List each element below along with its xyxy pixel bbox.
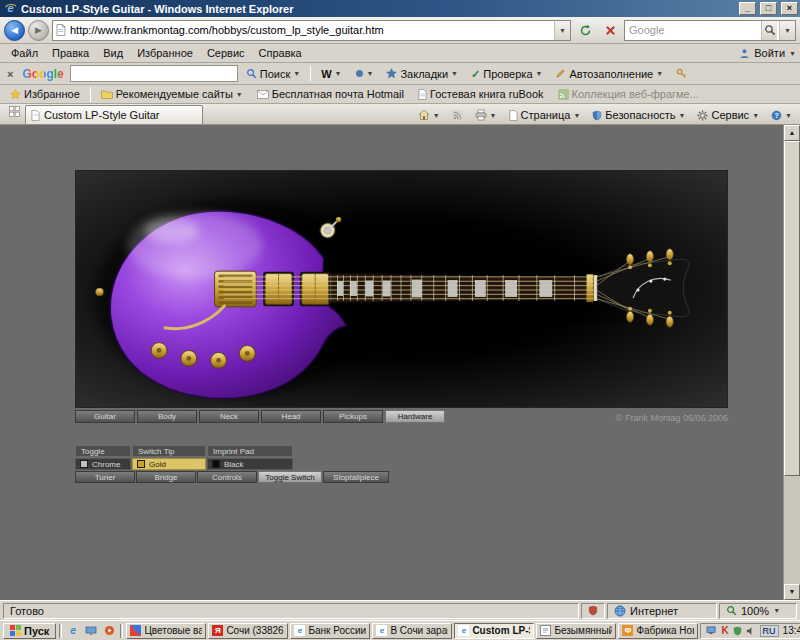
- shield-icon: [592, 110, 602, 121]
- search-box[interactable]: Google ▼: [624, 20, 796, 41]
- start-button[interactable]: Пуск: [3, 623, 56, 639]
- favorites-item-guestbook[interactable]: Гостевая книга ruBook: [412, 87, 550, 101]
- language-indicator[interactable]: RU: [760, 625, 779, 637]
- task-custom-lp-style-guitar[interactable]: e Custom LP-Style G...: [454, 623, 534, 639]
- home-button[interactable]: ▼: [413, 108, 445, 122]
- config-header-imprint-pad: Imprint Pad: [207, 445, 293, 457]
- part-button-tuner[interactable]: Tuner: [75, 471, 135, 483]
- address-dropdown-icon[interactable]: ▼: [554, 21, 570, 40]
- part-button-controls[interactable]: Controls: [197, 471, 257, 483]
- task-news-factory[interactable]: Ф Фабрика Новостей: [618, 623, 698, 639]
- address-field[interactable]: http://www.frankmontag.com/hobbys/custom…: [52, 20, 571, 41]
- printer-icon: [475, 109, 487, 121]
- minimize-button[interactable]: _: [739, 2, 756, 15]
- autofill-button[interactable]: Автозаполнение▼: [550, 65, 668, 83]
- help-icon: ?: [771, 110, 782, 121]
- ie-icon: e: [294, 625, 305, 636]
- forward-button[interactable]: ▶: [28, 20, 49, 41]
- google-search-button[interactable]: Поиск▼: [241, 65, 305, 83]
- maximize-button[interactable]: □: [760, 2, 777, 15]
- key-button[interactable]: [671, 65, 692, 83]
- tab-guitar[interactable]: Guitar: [75, 410, 135, 423]
- tray-shield-icon[interactable]: [733, 626, 742, 636]
- menu-tools[interactable]: Сервис: [200, 46, 252, 60]
- wikipedia-button[interactable]: W▼: [316, 65, 346, 83]
- config-header-toggle: Toggle: [75, 445, 131, 457]
- key-icon: [676, 68, 687, 79]
- menu-view[interactable]: Вид: [96, 46, 130, 60]
- tools-menu-button[interactable]: Сервис▼: [692, 108, 764, 122]
- copyright-text: © Frank Montag 06/06.2006: [616, 413, 728, 423]
- scroll-up-icon[interactable]: ▲: [784, 125, 800, 141]
- vertical-scrollbar[interactable]: ▲ ▼: [783, 125, 800, 600]
- quicklaunch-media-icon[interactable]: [101, 623, 117, 638]
- tab-hardware[interactable]: Hardware: [385, 410, 445, 423]
- bullet-button[interactable]: ▼: [350, 65, 379, 83]
- menu-file[interactable]: Файл: [4, 46, 45, 60]
- search-icon[interactable]: [761, 21, 777, 40]
- url-text: http://www.frankmontag.com/hobbys/custom…: [70, 24, 550, 36]
- feeds-button[interactable]: [447, 109, 468, 122]
- favorites-item-hotmail[interactable]: Бесплатная почта Hotmail: [251, 87, 410, 101]
- bookmark-star-icon: [386, 68, 397, 79]
- bullet-icon: [355, 69, 364, 78]
- zoom-dropdown-icon[interactable]: ▼: [773, 607, 780, 614]
- part-button-toggle-switch[interactable]: Toggle Switch: [258, 471, 322, 483]
- refresh-button[interactable]: [574, 20, 596, 41]
- menu-favorites[interactable]: Избранное: [130, 46, 200, 60]
- task-sochi-news[interactable]: e В Сочи заработала...: [372, 623, 452, 639]
- print-button[interactable]: ▼: [470, 108, 502, 122]
- quick-tabs-icon[interactable]: [3, 101, 25, 122]
- config-header-switch-tip: Switch Tip: [132, 445, 206, 457]
- ie-logo-icon: e: [4, 2, 17, 15]
- network-icon[interactable]: [706, 626, 717, 635]
- antivirus-icon[interactable]: K: [721, 625, 728, 636]
- task-bank-rossii[interactable]: e Банк России - Windo...: [290, 623, 370, 639]
- zoom-control[interactable]: 100% ▼: [719, 603, 797, 619]
- rss-icon: [452, 110, 463, 121]
- back-button[interactable]: ◀: [4, 20, 25, 41]
- toolbar-close-icon[interactable]: ×: [4, 68, 16, 80]
- tab-body[interactable]: Body: [137, 410, 197, 423]
- spellcheck-button[interactable]: ✓ Проверка▼: [466, 65, 547, 83]
- tab-head[interactable]: Head: [261, 410, 321, 423]
- task-sochi-yandex[interactable]: Я Сочи (338267): Янд...: [208, 623, 288, 639]
- favorites-item-webslices[interactable]: Коллекция веб-фрагме...: [552, 87, 705, 101]
- quicklaunch-desktop-icon[interactable]: [83, 623, 99, 638]
- safety-menu-button[interactable]: Безопасность▼: [587, 108, 690, 122]
- tab-neck[interactable]: Neck: [199, 410, 259, 423]
- page-menu-button[interactable]: Страница▼: [504, 108, 586, 122]
- menu-edit[interactable]: Правка: [45, 46, 96, 60]
- windows-logo-icon: [10, 625, 21, 636]
- part-button-stoptailpiece[interactable]: Stoptailpiece: [323, 471, 389, 483]
- quicklaunch-ie-icon[interactable]: e: [65, 623, 81, 638]
- task-notepad[interactable]: Безымянный - Блок...: [536, 623, 616, 639]
- gold-swatch: [137, 460, 145, 468]
- notepad-icon: [540, 625, 551, 636]
- scrollbar-thumb[interactable]: [784, 141, 800, 476]
- menu-bar: Файл Правка Вид Избранное Сервис Справка…: [0, 44, 800, 63]
- favorites-item-suggested[interactable]: Рекомендуемые сайты▼: [95, 87, 249, 101]
- protected-mode-indicator: [581, 603, 605, 619]
- part-button-bridge[interactable]: Bridge: [136, 471, 196, 483]
- scroll-down-icon[interactable]: ▼: [784, 584, 800, 600]
- finish-select-toggle[interactable]: Chrome: [75, 458, 131, 470]
- close-button[interactable]: ×: [781, 2, 798, 15]
- finish-select-imprint-pad[interactable]: Black: [207, 458, 293, 470]
- tab-custom-lp-style-guitar[interactable]: Custom LP-Style Guitar: [25, 105, 203, 124]
- google-search-input[interactable]: [70, 65, 238, 82]
- sign-in-link[interactable]: Войти: [754, 47, 785, 59]
- favorites-button[interactable]: Избранное: [4, 87, 86, 101]
- task-colors[interactable]: Цветовые вариан...: [126, 623, 206, 639]
- volume-icon[interactable]: [746, 626, 756, 636]
- search-dropdown-icon[interactable]: ▼: [779, 21, 795, 40]
- finish-select-switch-tip[interactable]: Gold: [132, 458, 206, 470]
- menu-help[interactable]: Справка: [252, 46, 309, 60]
- sign-in-dropdown-icon[interactable]: ▼: [789, 50, 796, 57]
- bookmarks-button[interactable]: Закладки▼: [381, 65, 463, 83]
- tray-clock[interactable]: 13:41: [783, 625, 800, 636]
- stop-button[interactable]: [599, 20, 621, 41]
- help-button[interactable]: ? ▼: [766, 109, 797, 122]
- tab-pickups[interactable]: Pickups: [323, 410, 383, 423]
- config-header-row: Toggle Switch Tip Imprint Pad: [75, 445, 389, 457]
